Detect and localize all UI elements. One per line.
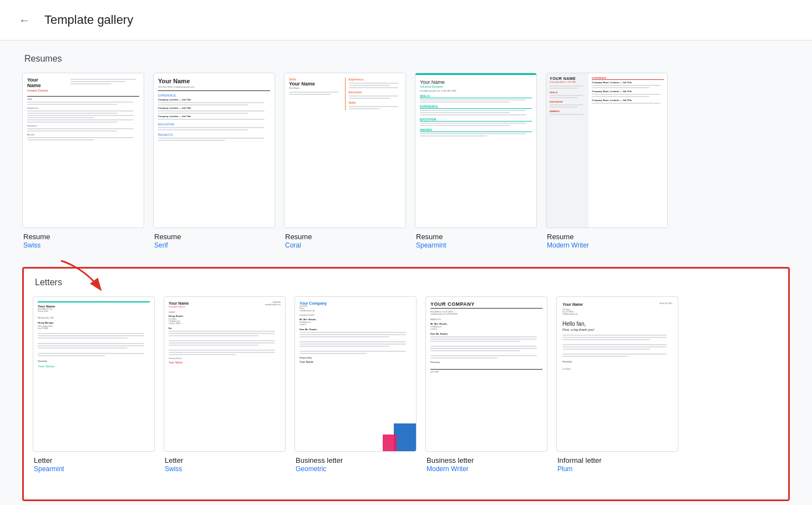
- resume-modern-name: YOUR NAME: [550, 77, 585, 80]
- letter-swiss-date: 00/00/00: [169, 311, 281, 314]
- resume-serif-label: Resume Serif: [153, 233, 275, 249]
- resume-swiss-skills-label: Skills: [27, 98, 139, 100]
- resume-coral-title: First Name: [289, 87, 342, 89]
- bl-geometric-dear: Dear Ms. Reader,: [300, 328, 412, 331]
- resume-spearmint-content: Your Name Industrial Designer email@exam…: [415, 75, 536, 142]
- il-plum-name: Your Name: [562, 302, 583, 306]
- letter-spearmint-closing: Sincerely,: [38, 360, 150, 362]
- template-card-il-plum[interactable]: Your Name Month DD, 20XX 123 StreetCity,…: [556, 296, 678, 473]
- letter-swiss-sig: Your Name: [169, 361, 281, 364]
- resume-modern-preview: YOUR NAME Company Name • Job Title SKILL…: [546, 73, 668, 228]
- bl-geometric-decoration: [383, 423, 416, 451]
- resume-modern-skills-hdr: SKILLS: [550, 91, 585, 94]
- letters-section-title: Letters: [33, 277, 779, 287]
- resume-serif-exp-hdr: EXPERIENCE: [158, 94, 270, 97]
- resume-serif-job1: Company, Location — Job Title: [158, 98, 270, 101]
- letter-swiss-name-label: Letter: [165, 456, 286, 464]
- resumes-grid: YourName Creative Director Skills Expe: [22, 73, 790, 249]
- resume-serif-name-label: Resume: [154, 233, 275, 241]
- resume-coral-name-label: Resume: [285, 233, 406, 241]
- bl-mw-recipient: Mr. Mrs. Reader,: [430, 322, 542, 325]
- bl-mw-preview: YOUR COMPANY Street Address, City ST 000…: [425, 296, 547, 452]
- letter-swiss-preview: Your Name Creative Director 123456789ema…: [164, 296, 286, 452]
- resume-coral-preview: Skills Your Name First Name Experience E…: [284, 73, 406, 228]
- resume-serif-job2: Company, Location — Job Title: [158, 107, 270, 109]
- resume-spearmint-job-title: Industrial Designer: [420, 85, 532, 88]
- resume-coral-label: Resume Coral: [284, 233, 406, 249]
- resume-swiss-edu-label: Education: [27, 124, 139, 127]
- letters-grid: Your Name Street Address, CityPhone | Em…: [33, 296, 779, 473]
- resume-coral-exp-hdr: Experience: [349, 78, 402, 81]
- template-card-resume-spearmint[interactable]: Your Name Industrial Designer email@exam…: [415, 73, 537, 249]
- il-plum-sub-label: Plum: [557, 465, 678, 473]
- resume-modern-right: EXPERIENCE Company Name, Location — Job …: [588, 73, 667, 228]
- resume-swiss-title: Creative Director: [27, 89, 66, 92]
- resume-serif-preview: Your Name 123-456-7890 | email@example.c…: [153, 73, 275, 228]
- template-card-bl-geometric[interactable]: Your Company City, 00 00Phoneemail@examp…: [295, 296, 417, 473]
- template-card-resume-serif[interactable]: Your Name 123-456-7890 | email@example.c…: [153, 73, 275, 249]
- resume-spearmint-skills-hdr: SKILLS: [420, 94, 532, 98]
- il-plum-date: Month DD, 20XX: [659, 302, 672, 305]
- letter-spearmint-recipient-addr: 123 Company NameCity ST 00000: [38, 325, 150, 330]
- resume-modern-edu-hdr: EDUCATION: [550, 100, 585, 103]
- resume-modern-name-label: Resume: [547, 233, 668, 241]
- resume-coral-name: Your Name: [289, 81, 342, 87]
- bl-geometric-preview: Your Company City, 00 00Phoneemail@examp…: [295, 296, 417, 452]
- resume-serif-sub-label: Serif: [154, 241, 275, 249]
- template-card-resume-swiss[interactable]: YourName Creative Director Skills Expe: [22, 73, 144, 249]
- bl-mw-company: YOUR COMPANY: [430, 301, 542, 309]
- letter-spearmint-preview: Your Name Street Address, CityPhone | Em…: [33, 296, 155, 452]
- resume-spearmint-edu-hdr: EDUCATION: [420, 118, 532, 122]
- letter-swiss-sub-label: Swiss: [165, 465, 286, 473]
- resume-spearmint-preview: Your Name Industrial Designer email@exam…: [415, 73, 537, 228]
- bl-geometric-date: September 04 2026: [300, 314, 412, 316]
- il-plum-label: Informal letter Plum: [556, 456, 678, 473]
- letter-swiss-recipient: Hiring Reader: [169, 315, 281, 317]
- template-card-letter-spearmint[interactable]: Your Name Street Address, CityPhone | Em…: [33, 296, 155, 473]
- resume-coral-edu-hdr: Education: [349, 90, 402, 94]
- back-button[interactable]: ←: [13, 9, 35, 31]
- letter-swiss-closing: Sincerely Director: [169, 357, 281, 360]
- letter-swiss-contact: 123456789email@example.com: [226, 301, 281, 306]
- letter-swiss-label: Letter Swiss: [164, 456, 286, 473]
- bl-mw-addr: Street Address, City ST 00000email@examp…: [430, 311, 542, 315]
- resume-modern-job1: Company Name, Location — Job Title: [592, 81, 664, 84]
- resume-serif-info: 123-456-7890 | email@example.com: [158, 85, 270, 88]
- template-card-bl-mw[interactable]: YOUR COMPANY Street Address, City ST 000…: [425, 296, 547, 473]
- resume-modern-label: Resume Modern Writer: [546, 233, 668, 249]
- resume-swiss-name-label: Resume: [23, 233, 144, 241]
- bl-mw-dear: Dear Ms. Reader,: [430, 332, 542, 335]
- letter-spearmint-addr: Street Address, CityPhone | Email: [38, 308, 150, 312]
- resume-spearmint-exp-hdr: EXPERIENCE: [420, 105, 532, 109]
- resume-modern-exp-hdr: EXPERIENCE: [592, 77, 664, 80]
- svg-rect-2: [383, 435, 397, 451]
- bl-mw-label: Business letter Modern Writer: [425, 456, 547, 473]
- template-card-letter-swiss[interactable]: Your Name Creative Director 123456789ema…: [164, 296, 286, 473]
- bl-geometric-label: Business letter Geometric: [295, 456, 417, 473]
- il-plum-hello: Hello fan,: [562, 321, 672, 327]
- resume-modern-job2: Company Name, Location — Job Title: [592, 90, 664, 93]
- resume-swiss-sub-label: Swiss: [23, 241, 144, 249]
- template-card-resume-modern[interactable]: YOUR NAME Company Name • Job Title SKILL…: [546, 73, 668, 249]
- bl-geometric-closing: Respectfully,: [300, 356, 412, 359]
- resume-coral-skills-hdr: Skills: [349, 101, 402, 104]
- resume-spearmint-label: Resume Spearmint: [415, 233, 537, 249]
- letter-spearmint-name-label: Letter: [34, 456, 155, 464]
- bl-geometric-addr: City, 00 00Phoneemail@example.com: [300, 305, 412, 312]
- template-card-resume-coral[interactable]: Skills Your Name First Name Experience E…: [284, 73, 406, 249]
- letter-spearmint-sub-label: Spearmint: [34, 465, 155, 473]
- letter-spearmint-date: MM September, 20XX: [38, 317, 150, 319]
- resume-swiss-name: YourName: [27, 78, 66, 89]
- letter-spearmint-recipient: Hiring Manager: [38, 321, 150, 324]
- bl-mw-name-label: Business letter: [427, 456, 547, 464]
- resume-modern-left: YOUR NAME Company Name • Job Title SKILL…: [546, 73, 588, 228]
- page-title: Template gallery: [44, 13, 133, 27]
- il-plum-addr: 123 StreetCity, ST 00000email@example.co…: [562, 309, 672, 315]
- back-icon: ←: [19, 14, 30, 27]
- resume-swiss-exp-label: Experience: [27, 107, 139, 109]
- bl-geometric-company: Your Company: [300, 301, 412, 305]
- main-content: Resumes YourName Creative Director: [0, 41, 812, 505]
- resume-swiss-awards-label: Awards: [27, 133, 139, 136]
- bl-geometric-name-label: Business letter: [296, 456, 417, 464]
- resume-modern-job3: Company Name, Location — Job Title: [592, 99, 664, 102]
